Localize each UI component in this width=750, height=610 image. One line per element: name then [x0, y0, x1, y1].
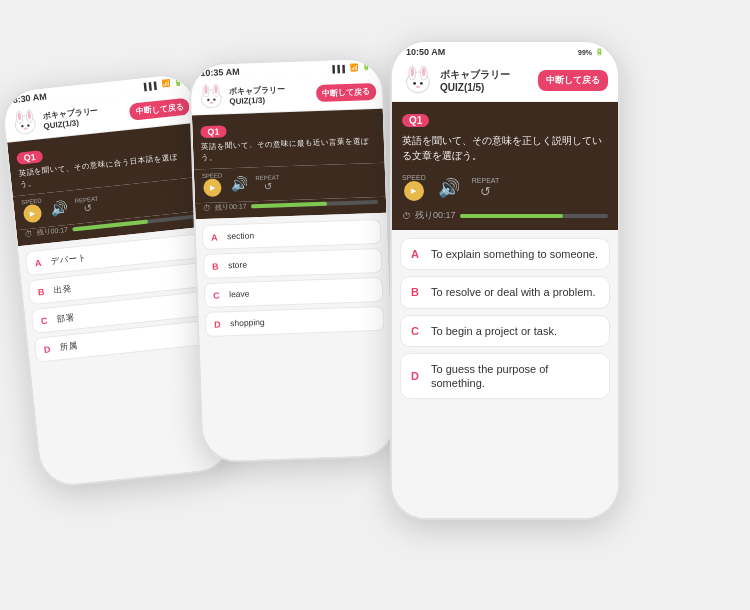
opt-text-1d: 所属: [59, 341, 78, 354]
svg-point-23: [416, 86, 421, 88]
back-button-3[interactable]: 中断して戻る: [538, 70, 608, 91]
timer-icon-1: ⏱: [24, 229, 33, 239]
timer-bg-3: [460, 214, 608, 218]
options-2: A section B store C leave D shopping: [196, 213, 395, 462]
back-button-2[interactable]: 中断して戻る: [316, 82, 377, 101]
option-3a[interactable]: A To explain something to someone.: [400, 238, 610, 270]
opt-letter-2b: B: [212, 261, 222, 271]
scene: 8:30 AM ▌▌▌ 📶 🔋 ボキャブラリ: [0, 0, 750, 610]
wifi-icon-2: 📶: [350, 64, 359, 72]
speed-group-3: SPEED ▶: [402, 174, 426, 201]
option-3b[interactable]: B To resolve or deal with a problem.: [400, 276, 610, 308]
play-button-2[interactable]: ▶: [203, 178, 222, 197]
timer-bg-2: [251, 200, 379, 208]
svg-point-19: [411, 67, 414, 76]
repeat-btn-1[interactable]: ↺: [83, 202, 92, 214]
opt-text-1c: 部署: [56, 312, 75, 325]
opt-letter-3d: D: [411, 370, 425, 382]
wifi-icon-1: 📶: [161, 79, 171, 88]
status-icons-1: ▌▌▌ 📶 🔋: [144, 78, 184, 90]
timer-text-2: 残り00:17: [215, 202, 247, 213]
play-button-1[interactable]: ▶: [23, 204, 43, 224]
opt-text-3a: To explain something to someone.: [431, 247, 598, 261]
speaker-icon-2: 🔊: [230, 176, 248, 193]
repeat-group-1: REPEAT ↺: [74, 195, 99, 214]
rabbit-icon-3: [402, 64, 434, 96]
option-3c[interactable]: C To begin a project or task.: [400, 315, 610, 347]
q-text-3: 英語を聞いて、その意味を正しく説明している文章を選ぼう。: [402, 133, 608, 163]
opt-text-2b: store: [228, 260, 247, 272]
battery-icon-1: 🔋: [173, 78, 183, 87]
question-area-3: Q1 英語を聞いて、その意味を正しく説明している文章を選ぼう。: [392, 102, 618, 169]
option-2a[interactable]: A section: [202, 219, 382, 250]
option-2b[interactable]: B store: [203, 248, 383, 279]
status-icons-2: ▌▌▌ 📶 🔋: [332, 63, 371, 72]
battery-icon-3: 🔋: [595, 48, 604, 56]
back-button-1[interactable]: 中断して戻る: [129, 97, 190, 120]
status-icons-3: 99% 🔋: [578, 48, 604, 56]
signal-text-3: 99%: [578, 49, 592, 56]
header-title-1: ボキャブラリーQUIZ(1/3): [42, 102, 127, 131]
q-badge-1: Q1: [16, 150, 43, 165]
opt-letter-1d: D: [43, 344, 54, 355]
audio-controls-3: SPEED ▶ 🔊 REPEAT ↺: [392, 169, 618, 209]
opt-text-2c: leave: [229, 289, 250, 301]
option-3d[interactable]: D To guess the purpose of something.: [400, 353, 610, 400]
play-button-3[interactable]: ▶: [404, 181, 424, 201]
timer-fill-3: [460, 214, 564, 218]
svg-point-20: [422, 67, 425, 76]
app-header-3: ボキャブラリーQUIZ(1/5) 中断して戻る: [392, 59, 618, 102]
speed-group-2: SPEED ▶: [202, 172, 223, 197]
opt-text-3d: To guess the purpose of something.: [431, 362, 599, 391]
repeat-group-2: REPEAT ↺: [255, 174, 279, 192]
options-3: A To explain something to someone. B To …: [392, 230, 618, 518]
opt-letter-3b: B: [411, 286, 425, 298]
opt-text-1a: デパート: [50, 252, 87, 267]
opt-text-1b: 出発: [53, 283, 72, 296]
opt-letter-2a: A: [211, 232, 221, 242]
q-text-2: 英語を聞いて、その意味に最も近い言葉を選ぼう。: [201, 136, 377, 163]
repeat-group-3: REPEAT ↺: [472, 177, 500, 199]
battery-icon-2: 🔋: [362, 63, 371, 71]
opt-letter-3c: C: [411, 325, 425, 337]
opt-text-2a: section: [227, 230, 254, 242]
opt-text-3c: To begin a project or task.: [431, 324, 557, 338]
svg-point-21: [413, 82, 416, 85]
timer-icon-2: ⏱: [203, 203, 211, 212]
phone-3: 10:50 AM 99% 🔋 ボキャブラリーQUIZ(1/5): [390, 40, 620, 520]
opt-letter-3a: A: [411, 248, 425, 260]
rabbit-icon-2: [197, 82, 226, 111]
speed-group-1: SPEED ▶: [21, 198, 44, 224]
timer-icon-3: ⏱: [402, 211, 411, 221]
repeat-btn-2[interactable]: ↺: [263, 180, 271, 191]
opt-letter-1c: C: [40, 315, 51, 326]
signal-icon-2: ▌▌▌: [332, 64, 347, 72]
header-title-3: ボキャブラリーQUIZ(1/5): [440, 68, 532, 93]
time-2: 10:35 AM: [200, 67, 240, 78]
opt-text-3b: To resolve or deal with a problem.: [431, 285, 595, 299]
opt-letter-2c: C: [213, 290, 223, 300]
opt-text-2d: shopping: [230, 317, 265, 329]
status-bar-3: 10:50 AM 99% 🔋: [392, 42, 618, 59]
timer-bar-3: ⏱ 残り00:17: [392, 209, 618, 230]
opt-letter-1b: B: [37, 286, 48, 297]
phone-2: 10:35 AM ▌▌▌ 📶 🔋 ボキャブラ: [188, 57, 397, 464]
speed-label-3: SPEED: [402, 174, 426, 181]
svg-point-22: [420, 82, 423, 85]
repeat-btn-3[interactable]: ↺: [480, 184, 491, 199]
q-badge-3: Q1: [402, 114, 429, 127]
timer-text-3: 残り00:17: [415, 209, 456, 222]
repeat-label-3: REPEAT: [472, 177, 500, 184]
timer-fill-2: [251, 202, 328, 209]
option-2d[interactable]: D shopping: [205, 306, 385, 337]
question-area-2: Q1 英語を聞いて、その意味に最も近い言葉を選ぼう。: [192, 109, 385, 170]
signal-icon-1: ▌▌▌: [144, 81, 160, 90]
opt-letter-2d: D: [214, 319, 224, 329]
header-title-2: ボキャブラリーQUIZ(1/3): [229, 83, 313, 106]
option-2c[interactable]: C leave: [204, 277, 384, 308]
time-3: 10:50 AM: [406, 47, 445, 57]
speaker-icon-1: 🔊: [50, 199, 69, 217]
q-badge-2: Q1: [200, 125, 226, 138]
speaker-icon-3: 🔊: [438, 177, 460, 199]
timer-text-1: 残り00:17: [36, 225, 68, 238]
